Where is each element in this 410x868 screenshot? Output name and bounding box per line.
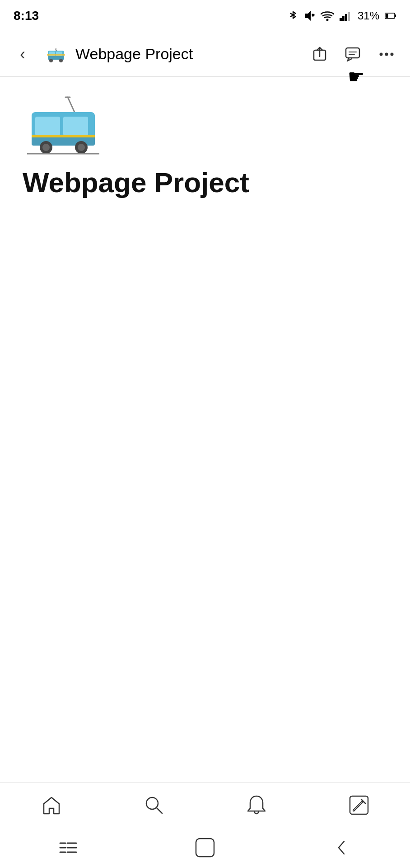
more-icon xyxy=(378,46,395,63)
home-circle-icon xyxy=(195,838,215,858)
project-title: Webpage Project xyxy=(23,167,387,198)
project-icon xyxy=(23,95,104,167)
wifi-icon xyxy=(321,11,334,21)
status-time: 8:13 xyxy=(14,9,39,23)
svg-rect-5 xyxy=(342,16,345,21)
signal-icon xyxy=(340,11,352,21)
system-nav xyxy=(0,827,410,868)
svg-point-15 xyxy=(49,59,53,62)
home-nav-button[interactable] xyxy=(33,787,70,823)
tram-illustration xyxy=(23,95,104,163)
main-content: Webpage Project xyxy=(0,77,410,216)
nav-bar: ‹ Webpage Project xyxy=(0,32,410,77)
system-back-button[interactable] xyxy=(324,830,360,866)
svg-rect-9 xyxy=(395,14,396,17)
system-home-button[interactable] xyxy=(187,830,223,866)
menu-icon xyxy=(59,841,77,854)
svg-point-27 xyxy=(391,52,394,56)
back-arrow-icon: ‹ xyxy=(20,45,25,64)
system-menu-button[interactable] xyxy=(50,830,86,866)
share-button[interactable] xyxy=(305,40,334,69)
svg-rect-10 xyxy=(386,14,388,18)
battery-icon xyxy=(385,12,396,19)
svg-rect-4 xyxy=(340,18,342,21)
svg-point-25 xyxy=(380,52,383,56)
status-bar: 8:13 31% xyxy=(0,0,410,32)
bluetooth-icon xyxy=(288,9,298,22)
search-icon xyxy=(143,794,165,816)
search-nav-button[interactable] xyxy=(136,787,172,823)
svg-line-28 xyxy=(68,97,75,112)
edit-nav-button[interactable] xyxy=(341,787,377,823)
svg-marker-0 xyxy=(305,11,311,21)
svg-line-41 xyxy=(156,807,162,813)
svg-rect-42 xyxy=(350,796,368,814)
svg-rect-22 xyxy=(346,48,359,58)
svg-rect-17 xyxy=(47,54,65,56)
home-icon xyxy=(40,794,63,816)
bottom-nav xyxy=(0,782,410,827)
svg-rect-34 xyxy=(32,135,95,137)
svg-rect-32 xyxy=(63,117,88,136)
status-icons: 31% xyxy=(288,9,396,22)
svg-rect-50 xyxy=(196,839,214,857)
svg-point-38 xyxy=(78,144,85,151)
bell-icon xyxy=(245,794,268,816)
mute-icon xyxy=(303,10,315,22)
svg-point-3 xyxy=(326,19,328,21)
more-button[interactable] xyxy=(372,40,401,69)
notifications-nav-button[interactable] xyxy=(238,787,275,823)
nav-page-icon xyxy=(43,42,68,66)
nav-actions xyxy=(305,40,401,69)
comment-button[interactable] xyxy=(339,40,368,69)
battery-text: 31% xyxy=(358,9,379,22)
svg-rect-6 xyxy=(345,14,347,21)
svg-rect-31 xyxy=(35,117,60,136)
share-icon xyxy=(311,46,328,63)
svg-rect-7 xyxy=(348,12,350,21)
back-button[interactable]: ‹ xyxy=(9,41,36,68)
svg-point-26 xyxy=(385,52,388,56)
svg-point-36 xyxy=(42,144,50,151)
comment-icon xyxy=(345,46,362,63)
svg-point-16 xyxy=(59,59,63,62)
nav-title: Webpage Project xyxy=(75,45,298,63)
back-chevron-icon xyxy=(334,838,349,858)
edit-icon xyxy=(348,794,370,816)
